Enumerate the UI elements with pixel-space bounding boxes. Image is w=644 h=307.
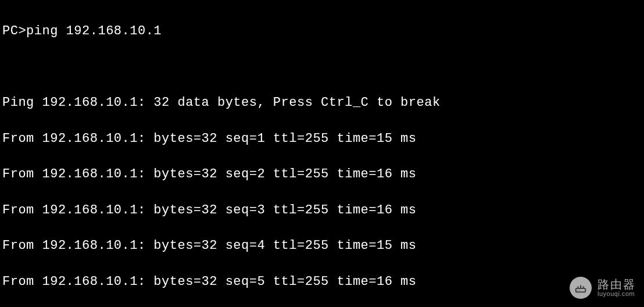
ping-reply: From 192.168.10.1: bytes=32 seq=4 ttl=25… xyxy=(2,237,642,255)
blank-line xyxy=(2,58,642,76)
terminal-output[interactable]: PC>ping 192.168.10.1 Ping 192.168.10.1: … xyxy=(2,5,642,307)
watermark-subtitle: luyouqi.com xyxy=(598,291,636,298)
ping-header: Ping 192.168.10.1: 32 data bytes, Press … xyxy=(2,94,642,112)
svg-point-1 xyxy=(578,290,578,291)
svg-point-2 xyxy=(579,290,580,291)
watermark: 路由器 luyouqi.com xyxy=(570,277,636,299)
svg-rect-0 xyxy=(576,288,586,292)
ping-reply: From 192.168.10.1: bytes=32 seq=1 ttl=25… xyxy=(2,130,642,148)
ping-reply: From 192.168.10.1: bytes=32 seq=5 ttl=25… xyxy=(2,273,642,291)
router-icon xyxy=(570,277,592,299)
ping-reply: From 192.168.10.1: bytes=32 seq=2 ttl=25… xyxy=(2,166,642,184)
prompt: PC> xyxy=(2,24,26,38)
watermark-title: 路由器 xyxy=(598,279,636,291)
ping-reply: From 192.168.10.1: bytes=32 seq=3 ttl=25… xyxy=(2,202,642,220)
command-text: ping 192.168.10.1 xyxy=(26,24,162,38)
